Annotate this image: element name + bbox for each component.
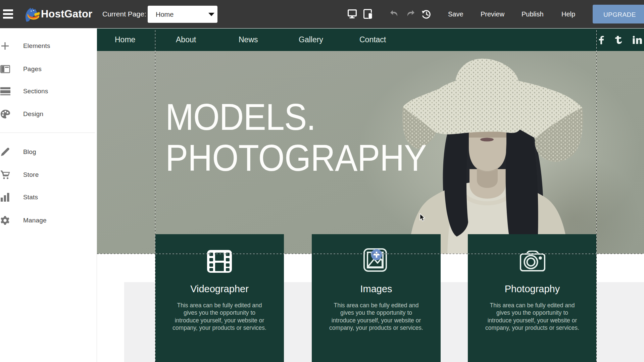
svg-text:PHOTOGRAPHY: PHOTOGRAPHY xyxy=(165,137,427,179)
svg-text:MODELS.: MODELS. xyxy=(165,96,315,138)
